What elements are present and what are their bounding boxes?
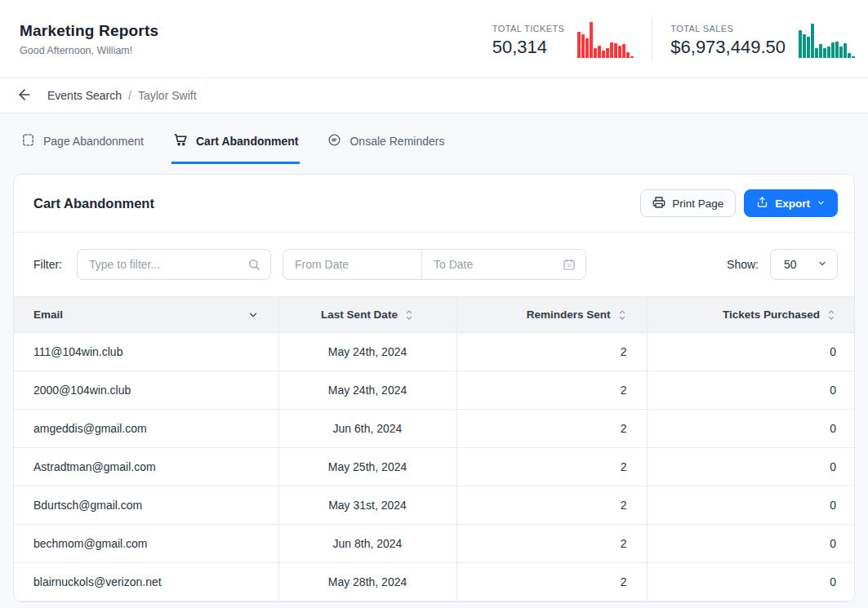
- table-row: amgeddis@gmail.comJun 6th, 202420: [14, 410, 855, 448]
- cart-icon: [173, 132, 188, 149]
- sort-toggle-icon: [826, 308, 836, 322]
- export-share-icon: [756, 196, 768, 211]
- email-cell: bechmom@gmail.com: [14, 525, 278, 563]
- tickets-purchased-cell: 0: [647, 371, 855, 410]
- app-header: Marketing Reports Good Afternoon, Willia…: [0, 0, 868, 78]
- tab-label: Page Abandonment: [43, 135, 144, 148]
- cart-abandonment-card: Cart Abandonment Print Page Export Filte…: [13, 174, 855, 602]
- reminders-sent-cell: 2: [456, 410, 647, 448]
- printer-icon: [652, 196, 665, 211]
- reminders-sent-cell: 2: [456, 563, 647, 601]
- tickets-purchased-cell: 0: [647, 486, 855, 525]
- cart-abandonment-table: EmailLast Sent DateReminders SentTickets…: [14, 296, 855, 601]
- column-label: Email: [33, 308, 63, 321]
- card-title: Cart Abandonment: [33, 196, 154, 211]
- tab-onsale-reminders[interactable]: Onsale Reminders: [326, 115, 446, 164]
- export-button[interactable]: Export: [744, 189, 838, 217]
- from-date-input[interactable]: [283, 250, 421, 279]
- sort-toggle-icon: [404, 308, 414, 322]
- back-button[interactable]: [13, 83, 36, 109]
- column-header-email[interactable]: Email: [14, 297, 278, 333]
- search-icon: [247, 258, 260, 271]
- reminders-sent-cell: 2: [456, 525, 647, 563]
- last-sent-date-cell: May 31st, 2024: [278, 486, 456, 525]
- table-row: bechmom@gmail.comJun 8th, 202420: [14, 525, 855, 563]
- column-header-tickets-purchased[interactable]: Tickets Purchased: [647, 297, 855, 333]
- filter-label: Filter:: [33, 258, 62, 271]
- greeting-text: Good Afternoon, William!: [20, 45, 158, 56]
- header-titles: Marketing Reports Good Afternoon, Willia…: [20, 22, 158, 56]
- sort-toggle-icon: [617, 308, 627, 322]
- show-label: Show:: [727, 258, 759, 271]
- tickets-purchased-cell: 0: [647, 333, 855, 371]
- chevron-down-icon: [817, 258, 827, 271]
- table-row: 2000@104win.clubMay 24th, 202420: [14, 371, 855, 410]
- last-sent-date-cell: May 24th, 2024: [278, 333, 456, 371]
- table-row: blairnuckols@verizon.netMay 28th, 202420: [14, 563, 855, 601]
- stat-value: 50,314: [492, 37, 565, 58]
- stat-label: TOTAL SALES: [670, 24, 786, 33]
- column-label: Last Sent Date: [321, 308, 398, 321]
- column-label: Tickets Purchased: [723, 308, 820, 321]
- table-row: Astradtman@gmail.comMay 25th, 202420: [14, 448, 855, 486]
- breadcrumb-item-events-search[interactable]: Events Search: [47, 89, 122, 102]
- tab-page-abandonment[interactable]: Page Abandonment: [20, 115, 145, 164]
- table-body: 111@104win.clubMay 24th, 2024202000@104w…: [14, 333, 855, 601]
- svg-text:31: 31: [567, 263, 572, 268]
- email-cell: Bdurtsch@gmail.com: [14, 486, 278, 525]
- email-cell: 111@104win.club: [14, 333, 278, 371]
- table-header-row: EmailLast Sent DateReminders SentTickets…: [14, 297, 855, 333]
- stat-sparkline-chart: [799, 20, 855, 58]
- chevron-down-icon: [817, 197, 826, 210]
- filter-row: Filter: 31 Show: 50: [14, 233, 854, 296]
- sort-desc-icon: [247, 309, 259, 321]
- to-date-input[interactable]: [422, 250, 585, 279]
- date-range-picker: 31: [283, 249, 586, 280]
- stat-block: TOTAL TICKETS 50,314: [492, 20, 634, 58]
- reminders-sent-cell: 2: [456, 486, 647, 525]
- last-sent-date-cell: Jun 8th, 2024: [278, 525, 456, 563]
- reminders-sent-cell: 2: [456, 333, 647, 371]
- print-page-button[interactable]: Print Page: [640, 189, 736, 217]
- stat-sparkline-chart: [577, 20, 634, 58]
- reminders-sent-cell: 2: [456, 448, 647, 486]
- tab-cart-abandonment[interactable]: Cart Abandonment: [171, 115, 300, 164]
- tabbar: Page Abandonment Cart Abandonment Onsale…: [0, 115, 868, 164]
- page-size-select[interactable]: 50: [770, 249, 838, 280]
- page-size-value: 50: [784, 258, 797, 271]
- tab-label: Cart Abandonment: [196, 135, 298, 148]
- stat-block: TOTAL SALES $6,973,449.50: [670, 20, 855, 58]
- reminders-sent-cell: 2: [456, 371, 647, 410]
- breadcrumb-separator: /: [128, 89, 131, 102]
- tickets-purchased-cell: 0: [647, 448, 855, 486]
- stat-divider: [652, 17, 652, 61]
- table-row: 111@104win.clubMay 24th, 202420: [14, 333, 855, 371]
- column-header-reminders-sent[interactable]: Reminders Sent: [456, 297, 647, 333]
- email-cell: 2000@104win.club: [14, 371, 278, 410]
- calendar-icon: 31: [563, 258, 576, 271]
- last-sent-date-cell: May 25th, 2024: [278, 448, 456, 486]
- email-cell: Astradtman@gmail.com: [14, 448, 278, 486]
- last-sent-date-cell: Jun 6th, 2024: [278, 410, 456, 448]
- arrow-left-icon: [16, 87, 33, 105]
- last-sent-date-cell: May 28th, 2024: [278, 563, 456, 601]
- tab-label: Onsale Reminders: [349, 135, 444, 148]
- filter-text-input[interactable]: [78, 250, 270, 279]
- breadcrumb: Events Search / Taylor Swift: [0, 78, 868, 113]
- tickets-purchased-cell: 0: [647, 563, 855, 601]
- page-dashed-icon: [21, 133, 35, 149]
- stat-label: TOTAL TICKETS: [492, 24, 565, 33]
- tickets-purchased-cell: 0: [647, 410, 855, 448]
- breadcrumb-item-taylor-swift: Taylor Swift: [138, 89, 197, 102]
- column-label: Reminders Sent: [527, 308, 611, 321]
- stat-value: $6,973,449.50: [670, 37, 786, 58]
- last-sent-date-cell: May 24th, 2024: [278, 371, 456, 410]
- message-icon: [327, 133, 341, 149]
- column-header-last-sent-date[interactable]: Last Sent Date: [278, 297, 456, 333]
- table-row: Bdurtsch@gmail.comMay 31st, 202420: [14, 486, 855, 525]
- email-cell: blairnuckols@verizon.net: [14, 563, 278, 601]
- page-title: Marketing Reports: [20, 22, 158, 40]
- header-stats: TOTAL TICKETS 50,314 TOTAL SALES $6,973,…: [492, 17, 855, 61]
- email-cell: amgeddis@gmail.com: [14, 410, 278, 448]
- tickets-purchased-cell: 0: [647, 525, 855, 563]
